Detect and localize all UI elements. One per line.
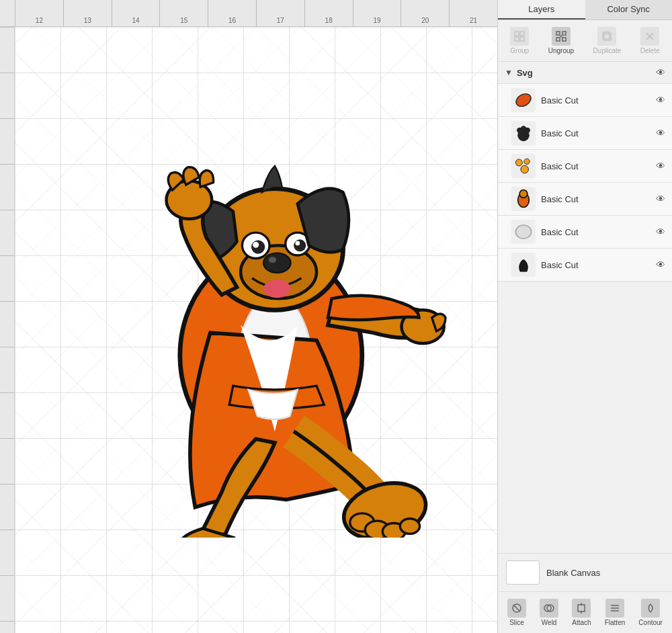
layer-thumb: [511, 220, 536, 244]
layer-item[interactable]: Basic Cut👁: [498, 84, 672, 117]
layer-eye-icon[interactable]: 👁: [656, 161, 665, 171]
vruler-tick: [0, 347, 14, 392]
group-icon: [510, 27, 529, 46]
right-panel: Layers Color Sync Group Ungroup Duplicat…: [497, 0, 672, 633]
duplicate-label: Duplicate: [593, 47, 622, 54]
vruler-tick: [0, 392, 14, 438]
ruler-tick: 16: [208, 0, 256, 27]
weld-button[interactable]: Weld: [536, 596, 562, 629]
layer-item[interactable]: Basic Cut👁: [498, 183, 672, 216]
svg-rect-21: [520, 32, 524, 36]
svg-group-header[interactable]: ▼ Svg 👁: [498, 62, 672, 84]
svg-point-9: [253, 242, 259, 248]
layer-thumb: [511, 187, 536, 211]
canvas-area: 12131415161718192021: [0, 0, 497, 633]
layer-name: Basic Cut: [541, 95, 650, 106]
flatten-label: Flatten: [605, 619, 626, 626]
svg-rect-22: [515, 37, 519, 41]
canvas-grid[interactable]: [15, 27, 497, 633]
ruler-tick: 14: [112, 0, 160, 27]
contour-label: Contour: [638, 619, 663, 626]
vruler-tick: [0, 575, 14, 621]
svg-rect-27: [562, 38, 566, 41]
layer-name: Basic Cut: [541, 161, 650, 171]
svg-line-46: [513, 605, 520, 611]
svg-point-44: [515, 225, 531, 239]
layer-item[interactable]: Basic Cut👁: [498, 150, 672, 183]
panel-toolbar: Group Ungroup Duplicate Delete: [498, 20, 672, 62]
layer-eye-icon[interactable]: 👁: [656, 128, 665, 138]
vruler-tick: [0, 210, 14, 255]
slice-button[interactable]: Slice: [503, 596, 530, 629]
svg-point-39: [515, 159, 522, 166]
blank-canvas-bar: Blank Canvas: [498, 553, 672, 591]
tab-layers[interactable]: Layers: [498, 0, 585, 19]
layer-thumb: [511, 154, 536, 178]
layer-item[interactable]: Basic Cut👁: [498, 216, 672, 249]
svg-point-12: [295, 241, 300, 246]
svg-point-40: [524, 159, 530, 164]
attach-icon: [572, 599, 591, 618]
svg-point-34: [514, 91, 534, 109]
delete-button[interactable]: Delete: [636, 24, 664, 57]
ruler-numbers: 12131415161718192021: [15, 0, 497, 27]
layer-thumb: [511, 253, 536, 277]
vruler-tick: [0, 301, 14, 347]
svg-point-6: [263, 280, 291, 298]
weld-icon: [540, 599, 558, 618]
ruler-tick: 19: [353, 0, 401, 27]
layer-name: Basic Cut: [541, 227, 650, 237]
layer-name: Basic Cut: [541, 260, 650, 270]
svg-point-19: [400, 519, 419, 534]
flatten-button[interactable]: Flatten: [601, 596, 630, 629]
character-image: [69, 67, 458, 538]
layer-item[interactable]: Basic Cut👁: [498, 249, 672, 282]
svg-rect-23: [520, 37, 524, 41]
svg-point-41: [521, 165, 529, 173]
svg-rect-25: [562, 32, 566, 35]
layer-thumb: [511, 121, 536, 145]
svg-point-8: [251, 240, 265, 253]
svg-rect-20: [515, 32, 519, 36]
ruler-tick: 13: [63, 0, 112, 27]
duplicate-button[interactable]: Duplicate: [589, 24, 626, 57]
svg-point-43: [519, 190, 528, 198]
svg-group-eye-icon[interactable]: 👁: [656, 67, 665, 78]
svg-rect-49: [578, 605, 585, 611]
vruler-tick: [0, 621, 14, 633]
blank-canvas-label: Blank Canvas: [546, 568, 600, 578]
svg-group-label: Svg: [517, 68, 652, 78]
svg-point-38: [525, 128, 530, 133]
vruler-tick: [0, 118, 14, 164]
contour-button[interactable]: Contour: [634, 596, 667, 629]
flatten-icon: [605, 599, 624, 618]
tabs-bar: Layers Color Sync: [498, 0, 672, 20]
layer-eye-icon[interactable]: 👁: [656, 226, 665, 237]
slice-label: Slice: [509, 619, 524, 626]
vruler-tick: [0, 164, 14, 210]
layer-thumb: [511, 88, 536, 112]
weld-label: Weld: [542, 619, 557, 626]
blank-canvas-thumb: [506, 560, 540, 585]
layer-item[interactable]: Basic Cut👁: [498, 117, 672, 150]
vruler-tick: [0, 27, 14, 73]
attach-button[interactable]: Attach: [568, 596, 595, 629]
layers-list: Basic Cut👁Basic Cut👁Basic Cut👁Basic Cut👁…: [498, 84, 672, 553]
svg-rect-26: [556, 38, 560, 41]
svg-point-5: [269, 257, 276, 263]
tab-color-sync[interactable]: Color Sync: [585, 0, 673, 19]
ruler-tick: 21: [449, 0, 497, 27]
layer-eye-icon[interactable]: 👁: [656, 259, 665, 270]
bottom-toolbar: Slice Weld Attach Flatten Contour: [498, 591, 672, 633]
duplicate-icon: [597, 27, 616, 46]
expand-arrow-icon: ▼: [505, 68, 513, 77]
vruler-tick: [0, 255, 14, 301]
ruler-top: 12131415161718192021: [0, 0, 497, 27]
ungroup-button[interactable]: Ungroup: [544, 24, 578, 57]
layer-eye-icon[interactable]: 👁: [656, 194, 665, 204]
group-button[interactable]: Group: [506, 24, 533, 57]
ruler-tick: 17: [256, 0, 304, 27]
ungroup-icon: [552, 27, 571, 46]
vruler-tick: [0, 73, 14, 118]
layer-eye-icon[interactable]: 👁: [656, 95, 665, 106]
